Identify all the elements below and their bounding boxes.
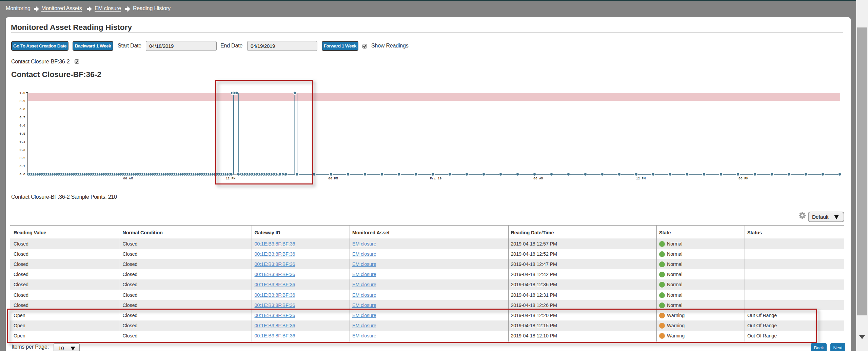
svg-text:06 PM: 06 PM [328, 177, 338, 180]
svg-text:0.7: 0.7 [19, 116, 25, 119]
svg-text:0.4: 0.4 [19, 140, 25, 144]
svg-text:0.1: 0.1 [19, 164, 25, 168]
svg-text:0.0: 0.0 [19, 173, 25, 176]
svg-text:0.9: 0.9 [19, 99, 25, 103]
svg-text:06 PM: 06 PM [738, 177, 748, 180]
svg-text:06 AM: 06 AM [533, 177, 543, 180]
svg-text:0.2: 0.2 [19, 156, 25, 160]
svg-text:Fri 19: Fri 19 [430, 177, 442, 180]
svg-text:0.5: 0.5 [19, 132, 25, 136]
svg-text:1.0: 1.0 [19, 91, 25, 95]
svg-text:0.8: 0.8 [19, 108, 25, 111]
svg-text:0.3: 0.3 [19, 148, 25, 152]
svg-text:12 PM: 12 PM [636, 177, 646, 180]
svg-text:0.6: 0.6 [19, 124, 25, 128]
svg-text:06 AM: 06 AM [123, 177, 133, 180]
